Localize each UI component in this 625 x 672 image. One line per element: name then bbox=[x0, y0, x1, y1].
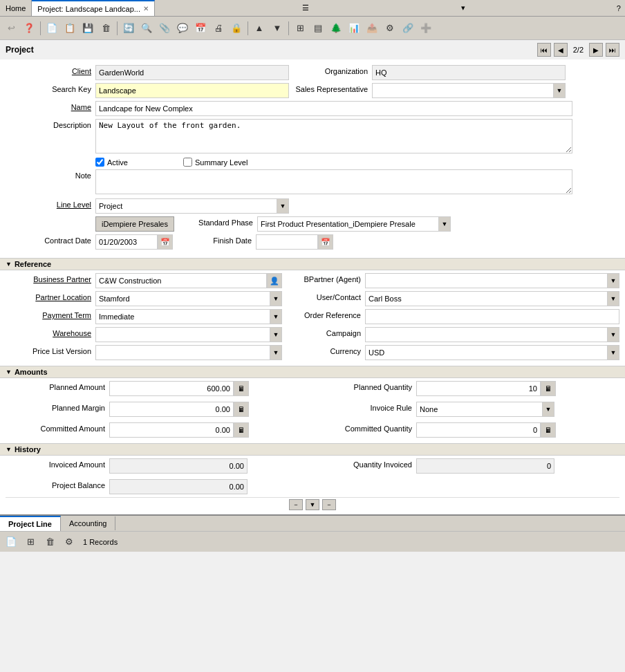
tab-menu-button[interactable]: ☰ bbox=[298, 3, 313, 12]
standard-phase-dropdown[interactable]: ▼ bbox=[438, 216, 451, 232]
down-btn[interactable]: ▼ bbox=[269, 20, 286, 37]
committed-amount-calc[interactable]: 🖩 bbox=[234, 422, 249, 438]
form-btn[interactable]: ▤ bbox=[310, 20, 326, 37]
payment-term-input[interactable] bbox=[95, 309, 270, 324]
planned-margin-calc[interactable]: 🖩 bbox=[234, 402, 249, 417]
accounting-tab[interactable]: Accounting bbox=[61, 516, 115, 530]
planned-quantity-calc[interactable]: 🖩 bbox=[541, 381, 556, 396]
calendar-btn[interactable]: 📅 bbox=[192, 20, 209, 37]
save-btn[interactable]: 💾 bbox=[80, 20, 96, 37]
back-btn[interactable]: ↩ bbox=[3, 20, 19, 37]
business-partner-input[interactable] bbox=[95, 273, 267, 288]
refresh-btn[interactable]: 🔄 bbox=[120, 20, 137, 37]
description-textarea[interactable] bbox=[95, 119, 572, 153]
campaign-dropdown[interactable]: ▼ bbox=[607, 327, 619, 342]
order-reference-input[interactable] bbox=[365, 309, 619, 324]
sales-rep-dropdown[interactable]: ▼ bbox=[553, 83, 566, 98]
bpartner-agent-dropdown[interactable]: ▼ bbox=[607, 273, 619, 288]
more-btn[interactable]: ➕ bbox=[418, 20, 434, 37]
bottom-delete-btn[interactable]: 🗑 bbox=[41, 534, 58, 550]
lock-btn[interactable]: 🔒 bbox=[228, 20, 245, 37]
line-level-input[interactable] bbox=[95, 198, 277, 214]
copy-btn[interactable]: 📋 bbox=[62, 20, 78, 37]
name-input[interactable] bbox=[95, 101, 572, 116]
export-btn[interactable]: 📤 bbox=[364, 20, 380, 37]
partner-location-dropdown[interactable]: ▼ bbox=[270, 291, 282, 306]
reference-section-header[interactable]: ▼ Reference bbox=[0, 258, 625, 270]
idempiere-button[interactable]: iDempiere Presales bbox=[95, 216, 174, 232]
chat-btn[interactable]: 💬 bbox=[174, 20, 191, 37]
search-key-input[interactable] bbox=[95, 83, 289, 98]
attach-btn[interactable]: 📎 bbox=[156, 20, 173, 37]
planned-amount-input[interactable] bbox=[109, 381, 234, 396]
nav-last-btn[interactable]: ⏭ bbox=[606, 43, 619, 57]
currency-input[interactable] bbox=[365, 345, 607, 360]
line-level-dropdown[interactable]: ▼ bbox=[277, 198, 289, 214]
user-contact-dropdown[interactable]: ▼ bbox=[607, 291, 619, 306]
find-btn[interactable]: 🔍 bbox=[138, 20, 155, 37]
standard-phase-input[interactable] bbox=[257, 216, 438, 232]
finish-date-input[interactable] bbox=[256, 234, 318, 250]
price-list-dropdown[interactable]: ▼ bbox=[270, 345, 282, 360]
bottom-grid-btn[interactable]: ⊞ bbox=[22, 534, 39, 550]
new-btn[interactable]: 📄 bbox=[44, 20, 60, 37]
bottom-settings-btn[interactable]: ⚙ bbox=[61, 534, 77, 550]
settings-btn[interactable]: ⚙ bbox=[382, 20, 398, 37]
tree-btn[interactable]: 🌲 bbox=[328, 20, 344, 37]
print-btn[interactable]: 🖨 bbox=[210, 20, 227, 37]
user-contact-input[interactable] bbox=[365, 291, 607, 306]
order-reference-label: Order Reference bbox=[282, 309, 365, 319]
bpartner-agent-input[interactable] bbox=[365, 273, 607, 288]
planned-quantity-input[interactable] bbox=[416, 381, 541, 396]
contract-date-input[interactable] bbox=[95, 234, 158, 250]
grid-btn[interactable]: ⊞ bbox=[292, 20, 308, 37]
warehouse-input[interactable] bbox=[95, 327, 270, 342]
active-checkbox[interactable] bbox=[95, 158, 104, 167]
quantity-invoiced-label: Quantity Invoiced bbox=[312, 458, 416, 469]
sales-rep-input[interactable] bbox=[372, 83, 553, 98]
help-btn[interactable]: ❓ bbox=[21, 20, 37, 37]
campaign-input[interactable] bbox=[365, 327, 607, 342]
summary-level-checkbox[interactable] bbox=[183, 158, 192, 167]
collapse-down-btn[interactable]: − bbox=[322, 499, 336, 510]
note-textarea[interactable] bbox=[95, 169, 572, 194]
price-list-input[interactable] bbox=[95, 345, 270, 360]
history-section-header[interactable]: ▼ History bbox=[0, 443, 625, 456]
committed-quantity-input[interactable] bbox=[416, 422, 541, 438]
nav-prev-btn[interactable]: ◀ bbox=[554, 43, 568, 57]
finish-date-calendar[interactable]: 📅 bbox=[318, 234, 333, 250]
up-btn[interactable]: ▲ bbox=[251, 20, 268, 37]
org-input[interactable] bbox=[372, 65, 566, 80]
workflow-btn[interactable]: 🔗 bbox=[400, 20, 416, 37]
collapse-up-btn[interactable]: − bbox=[289, 499, 303, 510]
client-input[interactable] bbox=[95, 65, 289, 80]
nav-first-btn[interactable]: ⏮ bbox=[537, 43, 551, 57]
business-partner-icon[interactable]: 👤 bbox=[267, 273, 282, 288]
delete-btn[interactable]: 🗑 bbox=[97, 20, 114, 37]
home-tab[interactable]: Home bbox=[0, 0, 32, 16]
invoice-rule-input[interactable] bbox=[416, 402, 542, 417]
tab-more-button[interactable]: ▾ bbox=[457, 3, 469, 12]
partner-location-input[interactable] bbox=[95, 291, 270, 306]
payment-term-dropdown[interactable]: ▼ bbox=[270, 309, 282, 324]
chart-btn[interactable]: 📊 bbox=[346, 20, 362, 37]
currency-dropdown[interactable]: ▼ bbox=[607, 345, 619, 360]
bottom-new-btn[interactable]: 📄 bbox=[3, 534, 19, 550]
project-tab[interactable]: Project: Landscape Landcap... ✕ bbox=[32, 0, 155, 16]
reference-section-arrow: ▼ bbox=[6, 261, 12, 268]
tab-close-icon[interactable]: ✕ bbox=[143, 5, 149, 12]
collapse-toggle-btn[interactable]: ▼ bbox=[306, 499, 319, 510]
contract-date-calendar[interactable]: 📅 bbox=[158, 234, 173, 250]
planned-margin-label: Planned Margin bbox=[6, 402, 109, 412]
planned-margin-input[interactable] bbox=[109, 402, 234, 417]
amounts-section-header[interactable]: ▼ Amounts bbox=[0, 366, 625, 378]
project-line-tab[interactable]: Project Line bbox=[0, 516, 61, 531]
committed-amount-input[interactable] bbox=[109, 422, 234, 438]
invoice-rule-dropdown[interactable]: ▼ bbox=[542, 402, 554, 417]
warehouse-dropdown[interactable]: ▼ bbox=[270, 327, 282, 342]
help-button[interactable]: ? bbox=[613, 4, 625, 12]
nav-next-btn[interactable]: ▶ bbox=[589, 43, 603, 57]
planned-amount-calc[interactable]: 🖩 bbox=[234, 381, 249, 396]
amounts-section-label: Amounts bbox=[15, 368, 48, 376]
committed-quantity-calc[interactable]: 🖩 bbox=[541, 422, 556, 438]
